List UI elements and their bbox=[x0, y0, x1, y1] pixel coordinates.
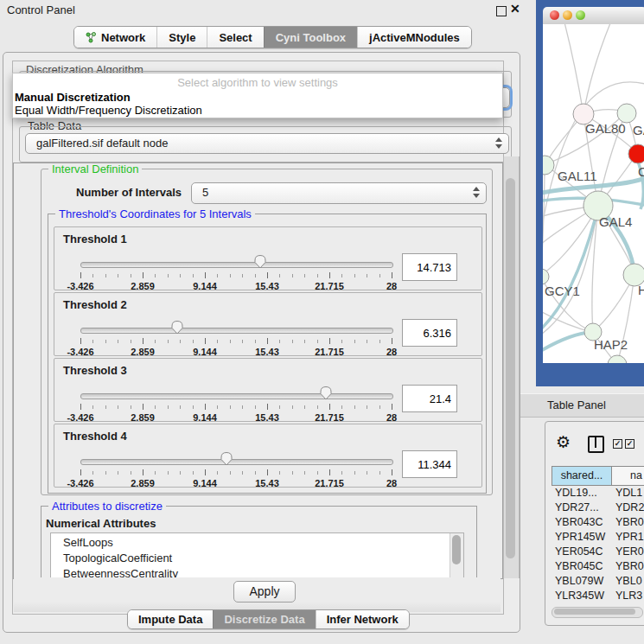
cell-shared-name: YBR045C bbox=[555, 559, 603, 574]
slider-tick-labels: -3.4262.8599.14415.4321.71528 bbox=[80, 281, 392, 291]
slider-thumb[interactable] bbox=[220, 451, 233, 469]
table-row[interactable]: YBR045CYBR0 bbox=[552, 559, 644, 574]
table-row[interactable]: YBL079WYBL0 bbox=[552, 574, 644, 589]
threshold-2-slider[interactable]: -3.4262.8599.14415.4321.71528 bbox=[80, 317, 392, 355]
slider-thumb[interactable] bbox=[170, 320, 183, 338]
apply-button[interactable]: Apply bbox=[233, 581, 296, 603]
tab-cyni-toolbox[interactable]: Cyni Toolbox bbox=[264, 27, 357, 48]
tab-discretize-data[interactable]: Discretize Data bbox=[213, 610, 315, 628]
slider-thumb[interactable] bbox=[253, 254, 266, 272]
slider-tick bbox=[304, 405, 305, 409]
checkbox-icon[interactable]: ✓ bbox=[625, 439, 634, 449]
table-row[interactable]: YDR27...YDR2 bbox=[552, 501, 644, 515]
list-scrollbar-thumb[interactable] bbox=[452, 535, 461, 564]
attribute-list-item[interactable]: SelfLoops bbox=[51, 535, 463, 551]
split-columns-icon[interactable] bbox=[588, 436, 604, 453]
checkbox-icon[interactable]: ✓ bbox=[613, 439, 622, 449]
threshold-1-value-input[interactable] bbox=[402, 253, 457, 281]
table-row[interactable]: YIL052CYIL0 bbox=[552, 603, 644, 606]
gear-icon[interactable]: ⚙ bbox=[556, 434, 571, 450]
table-row[interactable]: YBR043CYBR0 bbox=[552, 515, 644, 530]
dropdown-option-manual-discretization[interactable]: Manual Discretization bbox=[15, 91, 131, 104]
slider-tick-label: 28 bbox=[386, 281, 397, 291]
node-gal-partial[interactable] bbox=[617, 104, 636, 123]
slider-tick bbox=[193, 340, 194, 343]
slider-tick-label: -3.426 bbox=[67, 412, 93, 423]
attribute-list-item[interactable]: TopologicalCoefficient bbox=[51, 551, 463, 566]
dropdown-option-equal-width-frequency[interactable]: Equal Width/Frequency Discretization bbox=[15, 104, 202, 117]
close-icon[interactable]: ✕ bbox=[510, 2, 520, 16]
threshold-1-slider[interactable]: -3.4262.8599.14415.4321.71528 bbox=[80, 252, 392, 290]
table-row[interactable]: YPR145WYPR1 bbox=[552, 530, 644, 545]
control-panel-title: Control Panel bbox=[7, 3, 75, 16]
threshold-2-value-input[interactable] bbox=[402, 319, 457, 347]
threshold-3-row: Threshold 3 -3.4262.8599.14415.4321.7152… bbox=[54, 358, 482, 422]
node-red-selected[interactable] bbox=[628, 144, 644, 163]
numerical-attributes-list[interactable]: SelfLoopsTopologicalCoefficientBetweenne… bbox=[50, 532, 464, 579]
slider-track[interactable] bbox=[80, 328, 393, 334]
cyni-toolbox-panel: Discretization Algorithm Select algorith… bbox=[3, 52, 520, 633]
slider-thumb[interactable] bbox=[320, 386, 333, 404]
slider-tick bbox=[80, 272, 81, 278]
tab-style[interactable]: Style bbox=[156, 27, 207, 48]
threshold-4-slider[interactable]: -3.4262.8599.14415.4321.71528 bbox=[80, 449, 392, 487]
table-horizontal-scrollbar[interactable] bbox=[552, 607, 643, 618]
slider-tick bbox=[279, 471, 280, 475]
slider-tick bbox=[341, 471, 342, 475]
table-scrollbar-thumb[interactable] bbox=[554, 609, 635, 615]
panel-vertical-scrollbar[interactable] bbox=[503, 156, 520, 578]
slider-tick bbox=[230, 405, 231, 409]
slider-tick bbox=[255, 405, 256, 409]
tab-infer-network[interactable]: Infer Network bbox=[316, 610, 409, 628]
table-panel-title: Table Panel bbox=[547, 399, 606, 411]
slider-tick-label: -3.426 bbox=[67, 478, 93, 488]
slider-tick bbox=[168, 405, 169, 409]
slider-tick bbox=[131, 274, 131, 277]
slider-track[interactable] bbox=[80, 459, 393, 465]
zoom-traffic-light-icon[interactable] bbox=[576, 10, 585, 20]
table-panel-body: ⚙ ✓ ✓ shared... na YDL19...YDL1YDR27...Y… bbox=[545, 421, 644, 626]
number-of-intervals-combobox[interactable]: 5 bbox=[191, 182, 487, 204]
slider-tick bbox=[105, 405, 106, 409]
slider-tick-label: 9.144 bbox=[193, 478, 217, 488]
tab-network[interactable]: Network bbox=[74, 27, 156, 48]
slider-tick bbox=[267, 404, 268, 410]
slider-track[interactable] bbox=[80, 393, 393, 399]
cell-name: YBR0 bbox=[615, 559, 644, 574]
node-table-rows[interactable]: YDL19...YDL1YDR27...YDR2YBR043CYBR0YPR14… bbox=[552, 486, 644, 606]
table-data-combobox[interactable]: galFiltered.sif default node bbox=[25, 133, 509, 154]
close-traffic-light-icon[interactable] bbox=[550, 10, 559, 20]
node-gal11[interactable] bbox=[543, 156, 554, 175]
float-window-icon[interactable] bbox=[496, 6, 507, 16]
tab-impute-data[interactable]: Impute Data bbox=[128, 610, 213, 628]
slider-tick bbox=[329, 469, 330, 475]
table-row[interactable]: YER054CYER0 bbox=[552, 545, 644, 559]
slider-tick-label: -3.426 bbox=[67, 281, 93, 291]
slider-tick bbox=[180, 405, 181, 409]
column-header-shared-name[interactable]: shared... bbox=[552, 466, 612, 486]
tab-jactivemnodules[interactable]: jActiveMNodules bbox=[357, 27, 471, 48]
slider-tick bbox=[168, 471, 169, 475]
slider-tick bbox=[131, 405, 131, 409]
slider-tick bbox=[118, 471, 118, 475]
slider-track[interactable] bbox=[80, 262, 393, 268]
slider-tick bbox=[279, 274, 280, 277]
tab-select[interactable]: Select bbox=[207, 27, 263, 48]
panel-scrollbar-thumb[interactable] bbox=[506, 178, 515, 558]
node-gcy1[interactable] bbox=[543, 269, 549, 284]
network-window-titlebar[interactable] bbox=[543, 7, 644, 25]
column-header-name[interactable]: na bbox=[611, 466, 644, 486]
threshold-3-slider[interactable]: -3.4262.8599.14415.4321.71528 bbox=[80, 383, 392, 421]
slider-tick bbox=[242, 471, 243, 475]
cell-name: YDR2 bbox=[615, 501, 644, 515]
table-row[interactable]: YDL19...YDL1 bbox=[552, 486, 644, 501]
table-row[interactable]: YLR345WYLR3 bbox=[552, 589, 644, 603]
network-canvas[interactable]: GAL80 GA C GAL11 GAL4 GCY1 H HAP2 bbox=[543, 24, 644, 363]
threshold-3-value-input[interactable] bbox=[402, 385, 457, 412]
slider-tick-label: 15.43 bbox=[255, 412, 279, 423]
minimize-traffic-light-icon[interactable] bbox=[563, 10, 572, 20]
slider-tick bbox=[304, 471, 305, 475]
threshold-4-value-input[interactable] bbox=[402, 450, 457, 478]
list-scrollbar[interactable] bbox=[450, 533, 463, 579]
slider-tick bbox=[317, 340, 318, 343]
